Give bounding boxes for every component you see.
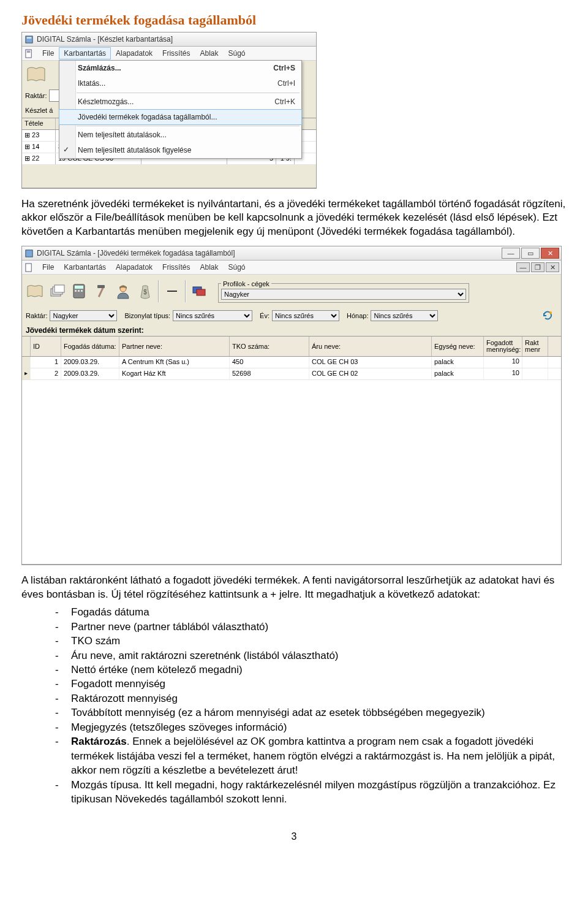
maximize-button[interactable]: ▭: [521, 248, 540, 259]
minimize-button[interactable]: —: [502, 248, 520, 259]
cards-icon[interactable]: [190, 280, 208, 302]
stack-icon[interactable]: [48, 280, 66, 302]
profilok-select[interactable]: Nagyker: [221, 289, 466, 300]
menu-file[interactable]: File: [37, 47, 59, 59]
hammer-icon[interactable]: [92, 280, 110, 302]
dash-icon[interactable]: [163, 280, 181, 302]
menu-item-label: Jövedéki termékek fogadása tagállamból..…: [78, 113, 217, 121]
row-marker-icon: ▸: [22, 368, 31, 379]
profilok-legend: Profilok - cégek: [221, 280, 271, 287]
list-item: Raktározás. Ennek a bejelölésével az OK …: [55, 734, 567, 777]
svg-rect-16: [97, 285, 105, 288]
doc-icon: [24, 263, 34, 272]
menu-item-keszletmozgas[interactable]: Készletmozgás... Ctrl+K: [59, 94, 301, 110]
menubar: File Karbantartás Alapadatok Frissítés A…: [22, 47, 316, 61]
app-icon: [24, 249, 34, 258]
grid-row[interactable]: ▸ 2 2009.03.29. Kogart Ház Kft 52698 COL…: [22, 368, 561, 380]
menu-item-szamlazas[interactable]: Számlázás... Ctrl+S: [59, 61, 301, 76]
list-item: Fogadott mennyiség: [55, 677, 567, 691]
menu-item-iktatas[interactable]: Iktatás... Ctrl+I: [59, 76, 301, 91]
col-id[interactable]: ID: [31, 337, 61, 356]
honap-select[interactable]: Nincs szűrés: [371, 310, 438, 321]
cell: 2009.03.29.: [61, 357, 119, 368]
svg-rect-20: [167, 291, 177, 292]
child-restore-button[interactable]: ❐: [531, 262, 545, 272]
cell: 2009.03.29.: [61, 368, 119, 379]
cell: 1: [31, 357, 61, 368]
child-minimize-button[interactable]: —: [516, 262, 530, 272]
col-aru[interactable]: Áru neve:: [309, 337, 432, 356]
svg-rect-14: [81, 290, 83, 292]
user-icon[interactable]: [114, 280, 132, 302]
doc-icon: [24, 49, 34, 58]
cell: Kogart Ház Kft: [119, 368, 230, 379]
bizonylat-select[interactable]: Nincs szűrés: [173, 310, 252, 321]
calc-icon[interactable]: [70, 280, 88, 302]
menu-file[interactable]: File: [37, 261, 59, 273]
svg-rect-9: [55, 285, 64, 292]
dropdown-karbantartas: Számlázás... Ctrl+S Iktatás... Ctrl+I Ké…: [59, 60, 302, 159]
svg-rect-6: [26, 264, 31, 272]
ev-select[interactable]: Nincs szűrés: [272, 310, 339, 321]
svg-rect-0: [26, 36, 32, 42]
bizonylat-label: Bizonylat típus:: [124, 312, 170, 319]
screenshot-2: DIGITAL Számla - [Jövedéki termékek foga…: [21, 246, 562, 565]
profilok-fieldset: Profilok - cégek Nagyker: [218, 280, 469, 303]
menu-item-label: Iktatás...: [78, 79, 105, 88]
menu-ablak[interactable]: Ablak: [195, 47, 223, 59]
col-fogadott[interactable]: Fogadott mennyiség:: [484, 337, 522, 356]
menu-item-nemteljesitett[interactable]: Nem teljesített átutalások...: [59, 127, 301, 143]
col-egyseg[interactable]: Egység neve:: [432, 337, 484, 356]
cell: COL GE CH 02: [309, 368, 432, 379]
cell: 52698: [230, 368, 309, 379]
menu-alapadatok[interactable]: Alapadatok: [111, 261, 157, 273]
grid-header: ID Fogadás dátuma: Partner neve: TKO szá…: [22, 336, 561, 357]
menu-frissites[interactable]: Frissítés: [157, 261, 195, 273]
menu-item-label: Számlázás...: [78, 64, 121, 72]
book-icon[interactable]: [26, 280, 44, 302]
check-icon: ✓: [63, 145, 69, 154]
raktar-select[interactable]: Nagyker: [50, 310, 117, 321]
child-close-button[interactable]: ✕: [546, 262, 559, 272]
window-titlebar: DIGITAL Számla - [Jövedéki termékek foga…: [22, 246, 561, 261]
col-rakt[interactable]: Rakt menr: [522, 337, 548, 356]
menu-item-jovedeki[interactable]: Jövedéki termékek fogadása tagállamból..…: [59, 109, 302, 125]
menu-sugo[interactable]: Súgó: [223, 261, 250, 273]
menu-item-label: Készletmozgás...: [78, 97, 134, 106]
paragraph: Ha szeretnénk jövedéki termékeket is nyi…: [21, 197, 567, 238]
menu-alapadatok[interactable]: Alapadatok: [111, 47, 157, 59]
col-partner[interactable]: Partner neve:: [119, 337, 230, 356]
bullet-list: Fogadás dátuma Partner neve (partner táb…: [21, 605, 567, 806]
screenshot-1: DIGITAL Számla - [Készlet karbantartása]…: [21, 32, 317, 189]
svg-text:$: $: [143, 289, 147, 295]
menu-item-nemteljesitett-figyeles[interactable]: ✓ Nem teljesített átutalások figyelése: [59, 143, 301, 158]
window-title: DIGITAL Számla - [Jövedéki termékek foga…: [37, 249, 235, 257]
svg-rect-13: [78, 290, 80, 292]
cell: COL GE CH 03: [309, 357, 432, 368]
window-titlebar: DIGITAL Számla - [Készlet karbantartása]: [22, 32, 316, 47]
grid-row[interactable]: 1 2009.03.29. A Centrum Kft (Sas u.) 450…: [22, 357, 561, 368]
cell: 2: [31, 368, 61, 379]
filter-bar: Raktár: Nagyker Bizonylat típus: Nincs s…: [22, 308, 561, 324]
menu-sugo[interactable]: Súgó: [223, 47, 250, 59]
toolbar: $ Profilok - cégek Nagyker: [22, 275, 561, 308]
close-button[interactable]: ✕: [541, 248, 559, 259]
menu-karbantartas[interactable]: Karbantartás: [59, 47, 111, 59]
raktar-label: Raktár:: [26, 312, 47, 319]
menu-frissites[interactable]: Frissítés: [157, 47, 195, 59]
grid-title: Jövedéki termékek dátum szerint:: [22, 324, 561, 336]
svg-rect-4: [27, 51, 31, 52]
list-item: Megjegyzés (tetszőleges szöveges informá…: [55, 720, 567, 734]
col-date[interactable]: Fogadás dátuma:: [61, 337, 119, 356]
menu-ablak[interactable]: Ablak: [195, 261, 223, 273]
cell: 450: [230, 357, 309, 368]
list-item: Áru neve, amit raktározni szeretnénk (li…: [55, 649, 567, 663]
refresh-icon[interactable]: [541, 310, 554, 322]
svg-rect-12: [75, 290, 77, 292]
shortcut: Ctrl+K: [274, 97, 295, 106]
window-title: DIGITAL Számla - [Készlet karbantartása]: [37, 35, 173, 44]
col-tko[interactable]: TKO száma:: [230, 337, 309, 356]
list-item: Partner neve (partner táblából választha…: [55, 620, 567, 634]
menu-karbantartas[interactable]: Karbantartás: [59, 261, 111, 273]
bag-icon[interactable]: $: [136, 280, 154, 302]
